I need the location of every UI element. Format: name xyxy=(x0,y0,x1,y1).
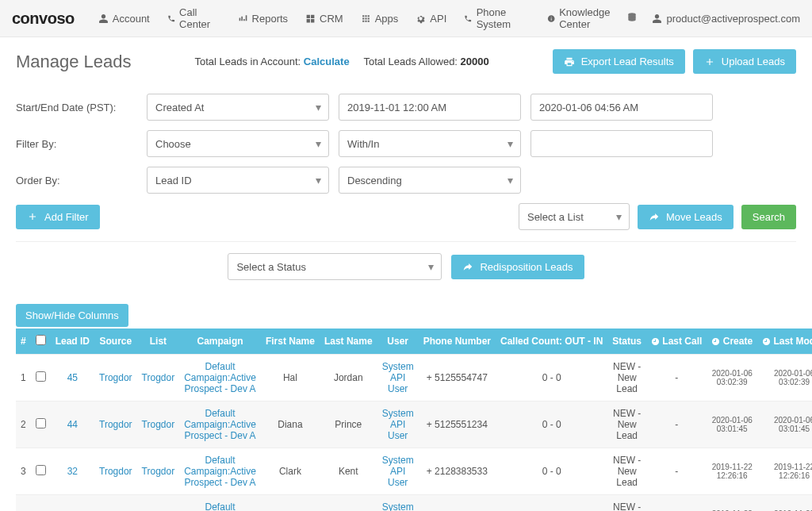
plus-icon xyxy=(27,211,38,222)
plus-icon xyxy=(704,56,715,67)
upload-leads-button[interactable]: Upload Leads xyxy=(693,49,796,74)
row-checkbox[interactable] xyxy=(36,371,46,382)
filter-field-select[interactable]: Choose xyxy=(147,130,329,157)
filters-panel: Start/End Date (PST): Created At Filter … xyxy=(16,94,796,304)
table-row: 4 26 Trogdor Trogdor Default Campaign:Ac… xyxy=(16,495,812,512)
nav-knowledge[interactable]: Knowledge Center xyxy=(547,6,627,30)
col-user[interactable]: User xyxy=(377,328,419,355)
date-end-input[interactable] xyxy=(530,94,713,121)
date-start-input[interactable] xyxy=(339,94,521,121)
leads-table: # Lead ID Source List Campaign First Nam… xyxy=(16,328,812,511)
show-hide-columns-button[interactable]: Show/Hide Columns xyxy=(16,304,128,327)
export-leads-button[interactable]: Export Lead Results xyxy=(553,49,685,74)
order-dir-select[interactable]: Descending xyxy=(339,167,521,194)
user-link[interactable]: System API User xyxy=(382,408,414,441)
person-icon xyxy=(652,13,662,24)
date-type-select[interactable]: Created At xyxy=(147,94,329,121)
order-by-label: Order By: xyxy=(16,175,147,186)
col-list[interactable]: List xyxy=(137,328,180,355)
col-lead-id[interactable]: Lead ID xyxy=(51,328,94,355)
print-icon xyxy=(564,56,575,67)
user-link[interactable]: System API User xyxy=(382,501,414,511)
col-last[interactable]: Last Name xyxy=(320,328,377,355)
row-checkbox[interactable] xyxy=(36,418,46,428)
col-source[interactable]: Source xyxy=(94,328,137,355)
clock-icon xyxy=(651,337,660,346)
col-num: # xyxy=(16,328,31,355)
phone-icon xyxy=(167,13,175,24)
top-nav: convoso Account Call Center Reports CRM … xyxy=(0,0,812,37)
col-create[interactable]: Create xyxy=(707,328,757,355)
redisposition-button[interactable]: Redisposition Leads xyxy=(451,255,584,279)
campaign-link[interactable]: Default Campaign:Active Prospect - Dev A xyxy=(184,361,256,394)
nav-api[interactable]: API xyxy=(416,13,446,25)
campaign-link[interactable]: Default Campaign:Active Prospect - Dev A xyxy=(184,408,256,441)
allowed-value: 20000 xyxy=(461,56,489,67)
select-status-dropdown[interactable]: Select a Status xyxy=(228,253,442,280)
add-filter-button[interactable]: Add Filter xyxy=(16,205,100,229)
nav-crm[interactable]: CRM xyxy=(305,13,343,25)
user-link[interactable]: System API User xyxy=(382,361,414,394)
brand-logo: convoso xyxy=(12,10,75,28)
nav-links: Account Call Center Reports CRM Apps API… xyxy=(98,6,627,30)
table-row: 3 32 Trogdor Trogdor Default Campaign:Ac… xyxy=(16,448,812,495)
filter-by-label: Filter By: xyxy=(16,138,147,150)
apps-icon xyxy=(361,13,371,24)
search-button[interactable]: Search xyxy=(741,205,796,229)
nav-reports[interactable]: Reports xyxy=(238,13,289,25)
share-icon xyxy=(462,261,473,272)
gear-icon xyxy=(416,13,426,24)
col-phone[interactable]: Phone Number xyxy=(419,328,496,355)
table-row: 1 45 Trogdor Trogdor Default Campaign:Ac… xyxy=(16,355,812,402)
database-icon[interactable] xyxy=(626,12,638,25)
phone-icon xyxy=(464,13,472,24)
user-link[interactable]: System API User xyxy=(382,455,414,488)
col-first[interactable]: First Name xyxy=(261,328,320,355)
nav-account[interactable]: Account xyxy=(98,13,150,25)
list-link[interactable]: Trogdor xyxy=(142,372,175,383)
date-label: Start/End Date (PST): xyxy=(16,102,147,113)
nav-call-center[interactable]: Call Center xyxy=(167,6,220,30)
col-lastcall[interactable]: Last Call xyxy=(646,328,707,355)
page-header: Manage Leads Total Leads in Account: Cal… xyxy=(16,49,796,74)
table-row: 2 44 Trogdor Trogdor Default Campaign:Ac… xyxy=(16,402,812,448)
nav-apps[interactable]: Apps xyxy=(361,13,399,25)
filter-op-select[interactable]: With/In xyxy=(339,130,521,157)
move-leads-button[interactable]: Move Leads xyxy=(638,205,733,229)
grid-icon xyxy=(305,13,316,24)
page-title: Manage Leads xyxy=(16,52,132,72)
lead-id-link[interactable]: 44 xyxy=(67,419,78,430)
lead-id-link[interactable]: 45 xyxy=(67,372,78,383)
campaign-link[interactable]: Default Campaign:Active Prospect - Dev A xyxy=(184,455,256,488)
clock-icon xyxy=(711,337,720,346)
filter-value-input[interactable] xyxy=(530,130,713,157)
col-campaign[interactable]: Campaign xyxy=(179,328,261,355)
info-icon xyxy=(547,13,555,24)
source-link[interactable]: Trogdor xyxy=(99,466,132,477)
source-link[interactable]: Trogdor xyxy=(99,419,132,430)
person-icon xyxy=(98,13,109,24)
col-modify[interactable]: Last Modify xyxy=(757,328,812,355)
source-link[interactable]: Trogdor xyxy=(99,372,132,383)
col-check xyxy=(31,328,51,355)
col-status[interactable]: Status xyxy=(607,328,646,355)
select-all-checkbox[interactable] xyxy=(36,335,46,345)
nav-user[interactable]: product@activeprospect.com xyxy=(652,13,800,25)
campaign-link[interactable]: Default Campaign:Active Prospect - Dev A xyxy=(184,501,256,511)
list-link[interactable]: Trogdor xyxy=(142,419,175,430)
lead-id-link[interactable]: 32 xyxy=(67,466,78,477)
select-list-dropdown[interactable]: Select a List xyxy=(519,203,630,230)
calculate-link[interactable]: Calculate xyxy=(304,56,350,67)
share-icon xyxy=(649,211,660,222)
col-called[interactable]: Called Count: OUT - IN xyxy=(496,328,607,355)
clock-icon xyxy=(762,337,771,346)
row-checkbox[interactable] xyxy=(36,465,46,475)
order-field-select[interactable]: Lead ID xyxy=(147,167,329,194)
chart-icon xyxy=(238,13,248,24)
nav-phone-system[interactable]: Phone System xyxy=(464,6,530,30)
list-link[interactable]: Trogdor xyxy=(142,466,175,477)
totals-text: Total Leads in Account: Calculate Total … xyxy=(194,56,488,67)
nav-right: product@activeprospect.com xyxy=(626,12,800,25)
